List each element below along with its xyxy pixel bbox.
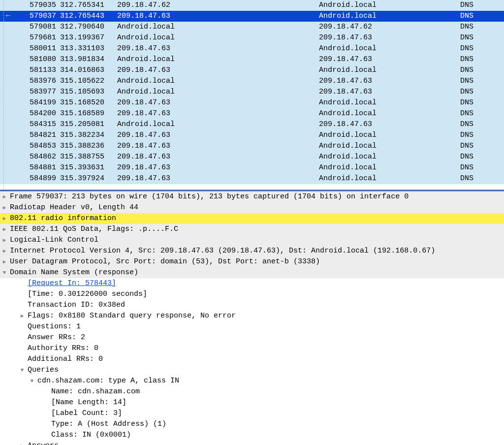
packet-row[interactable]: 579035312.765341209.18.47.62Android.loca…	[0, 0, 504, 11]
dns-questions: Questions: 1	[0, 321, 504, 332]
detail-udp[interactable]: User Datagram Protocol, Src Port: domain…	[0, 256, 504, 267]
collapse-icon[interactable]	[0, 267, 9, 278]
expand-icon[interactable]	[0, 256, 9, 267]
col-protocol: DNS	[447, 65, 476, 76]
reply-arrow-icon	[6, 43, 17, 54]
col-protocol: DNS	[447, 87, 476, 97]
packet-row[interactable]: 581080313.981834Android.local209.18.47.6…	[0, 54, 504, 65]
col-time: 315.205081	[60, 119, 113, 130]
collapse-icon[interactable]	[28, 376, 36, 386]
expand-icon[interactable]	[0, 235, 9, 246]
collapse-icon[interactable]	[18, 365, 27, 376]
col-destination: 209.18.47.63	[319, 119, 447, 130]
col-source: Android.local	[113, 119, 319, 130]
dns-query-type: Type: A (Host Address) (1)	[0, 419, 504, 430]
col-protocol: DNS	[447, 22, 476, 32]
dns-query-class: Class: IN (0x0001)	[0, 430, 504, 441]
expand-icon[interactable]	[0, 246, 9, 256]
col-source: Android.local	[113, 76, 319, 87]
detail-dns[interactable]: Domain Name System (response)	[0, 267, 504, 278]
col-destination: Android.local	[319, 162, 447, 173]
dns-time: [Time: 0.301226000 seconds]	[0, 289, 504, 300]
col-no: 579037	[17, 11, 60, 22]
col-no: 584315	[17, 119, 60, 130]
packet-row[interactable]: 584821315.382234209.18.47.63Android.loca…	[0, 130, 504, 141]
reply-arrow-icon: ←	[6, 11, 17, 22]
detail-text: Questions: 1	[28, 321, 81, 332]
col-no: 580011	[17, 43, 60, 54]
col-source: 209.18.47.63	[113, 43, 319, 54]
detail-radiotap[interactable]: Radiotap Header v0, Length 44	[0, 202, 504, 213]
expand-icon[interactable]	[0, 213, 9, 224]
col-source: Android.local	[113, 54, 319, 65]
expand-icon[interactable]	[18, 441, 27, 445]
col-source: 209.18.47.63	[113, 173, 319, 184]
dns-answers[interactable]: Answers	[0, 441, 504, 445]
packet-row[interactable]: 580011313.331103209.18.47.63Android.loca…	[0, 43, 504, 54]
packet-row[interactable]: 583977315.105693Android.local209.18.47.6…	[0, 87, 504, 97]
dns-transaction-id: Transaction ID: 0x38ed	[0, 300, 504, 311]
col-source: 209.18.47.63	[113, 130, 319, 141]
col-destination: Android.local	[319, 173, 447, 184]
expand-icon[interactable]	[0, 191, 9, 202]
detail-text: User Datagram Protocol, Src Port: domain…	[9, 256, 320, 267]
detail-text: Internet Protocol Version 4, Src: 209.18…	[9, 246, 435, 256]
col-source: 209.18.47.63	[113, 65, 319, 76]
dns-additional-rrs: Additional RRs: 0	[0, 354, 504, 365]
col-source: Android.local	[113, 87, 319, 97]
col-destination: Android.local	[319, 65, 447, 76]
col-protocol: DNS	[447, 108, 476, 119]
detail-text: Frame 579037: 213 bytes on wire (1704 bi…	[9, 191, 409, 202]
packet-row[interactable]: 579081312.790640Android.local209.18.47.6…	[0, 22, 504, 32]
detail-frame[interactable]: Frame 579037: 213 bytes on wire (1704 bi…	[0, 191, 504, 202]
col-protocol: DNS	[447, 152, 476, 162]
col-time: 315.382234	[60, 130, 113, 141]
packet-details[interactable]: Frame 579037: 213 bytes on wire (1704 bi…	[0, 191, 504, 445]
detail-llc[interactable]: Logical-Link Control	[0, 235, 504, 246]
detail-text: [Label Count: 3]	[51, 408, 122, 419]
expand-icon[interactable]	[0, 202, 9, 213]
packet-list[interactable]: 579035312.765341209.18.47.62Android.loca…	[0, 0, 504, 190]
detail-text: Domain Name System (response)	[9, 267, 138, 278]
col-protocol: DNS	[447, 11, 476, 22]
packet-row[interactable]: 584199315.168520209.18.47.63Android.loca…	[0, 97, 504, 108]
col-protocol: DNS	[447, 32, 476, 43]
packet-row[interactable]: ←579037312.765443209.18.47.63Android.loc…	[0, 11, 504, 22]
col-time: 315.105693	[60, 87, 113, 97]
dns-request-in[interactable]: [Request In: 578443]	[0, 278, 504, 289]
col-protocol: DNS	[447, 54, 476, 65]
dns-flags[interactable]: Flags: 0x8180 Standard query response, N…	[0, 311, 504, 321]
reply-arrow-icon	[6, 119, 17, 130]
col-no: 584853	[17, 141, 60, 152]
packet-row[interactable]: 581133314.016863209.18.47.63Android.loca…	[0, 65, 504, 76]
col-source: 209.18.47.63	[113, 162, 319, 173]
col-no: 584899	[17, 173, 60, 184]
packet-row[interactable]: 584200315.168589209.18.47.63Android.loca…	[0, 108, 504, 119]
col-no: 583977	[17, 87, 60, 97]
detail-text: Logical-Link Control	[9, 235, 98, 246]
packet-row[interactable]: 584862315.388755209.18.47.63Android.loca…	[0, 152, 504, 162]
expand-icon[interactable]	[18, 311, 27, 321]
col-destination: Android.local	[319, 11, 447, 22]
request-link[interactable]: [Request In: 578443]	[28, 278, 116, 289]
packet-row[interactable]: 584899315.397924209.18.47.63Android.loca…	[0, 173, 504, 184]
col-source: Android.local	[113, 32, 319, 43]
packet-row[interactable]: 579681313.199367Android.local209.18.47.6…	[0, 32, 504, 43]
detail-radio-info[interactable]: 802.11 radio information	[0, 213, 504, 224]
dns-queries[interactable]: Queries	[0, 365, 504, 376]
detail-ieee80211[interactable]: IEEE 802.11 QoS Data, Flags: .p....F.C	[0, 224, 504, 235]
packet-row[interactable]: 584881315.393631209.18.47.63Android.loca…	[0, 162, 504, 173]
packet-row[interactable]: 583976315.105622Android.local209.18.47.6…	[0, 76, 504, 87]
detail-ip[interactable]: Internet Protocol Version 4, Src: 209.18…	[0, 246, 504, 256]
col-protocol: DNS	[447, 162, 476, 173]
reply-arrow-icon	[6, 152, 17, 162]
col-destination: Android.local	[319, 130, 447, 141]
expand-icon[interactable]	[0, 224, 9, 235]
packet-row[interactable]: 584315315.205081Android.local209.18.47.6…	[0, 119, 504, 130]
packet-row[interactable]: 584853315.388236209.18.47.63Android.loca…	[0, 141, 504, 152]
col-time: 315.388755	[60, 152, 113, 162]
col-time: 313.331103	[60, 43, 113, 54]
col-no: 584862	[17, 152, 60, 162]
dns-query-item[interactable]: cdn.shazam.com: type A, class IN	[0, 376, 504, 386]
col-destination: 209.18.47.63	[319, 54, 447, 65]
